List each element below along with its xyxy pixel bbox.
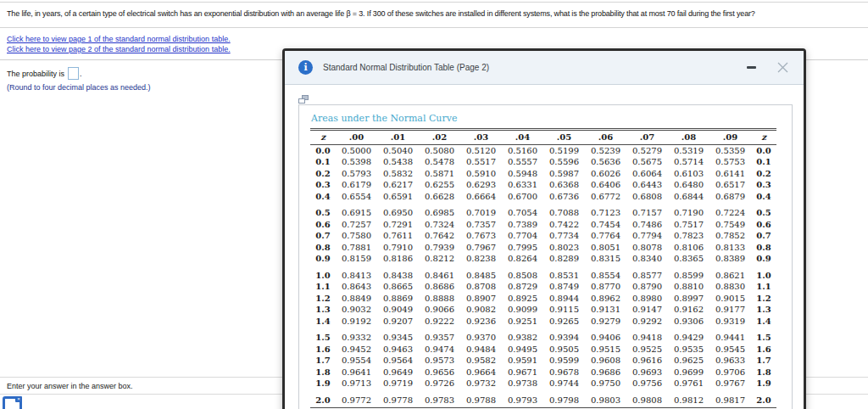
table-row: 1.40.91920.92070.92220.92360.92510.92650…: [310, 316, 776, 328]
value-cell: 0.7123: [585, 202, 626, 219]
link-table-page-1[interactable]: Click here to view page 1 of the standar…: [7, 35, 231, 43]
value-cell: 0.9418: [626, 327, 668, 344]
value-cell: 0.8133: [709, 242, 751, 254]
z-cell: 0.2: [751, 168, 776, 180]
value-cell: 0.5438: [377, 156, 419, 168]
value-cell: 0.9265: [543, 316, 585, 328]
value-cell: 0.9545: [709, 344, 751, 356]
table-scroll-area[interactable]: Areas under the Normal Curve z.00.01.02.…: [298, 104, 793, 409]
value-cell: 0.5398: [336, 156, 377, 168]
top-divider: [0, 2, 868, 3]
value-cell: 0.9357: [419, 327, 460, 344]
value-cell: 0.9082: [460, 304, 502, 316]
value-cell: 0.6517: [709, 179, 751, 191]
z-cell: 0.8: [310, 242, 336, 254]
value-cell: 0.8212: [419, 253, 460, 265]
value-cell: 0.8729: [502, 281, 543, 293]
z-cell: 1.2: [310, 293, 336, 305]
value-cell: 0.9099: [502, 304, 543, 316]
value-cell: 0.8770: [585, 281, 626, 293]
value-cell: 0.6480: [668, 179, 709, 191]
value-cell: 0.5080: [419, 144, 460, 156]
popout-icon[interactable]: [298, 95, 309, 104]
dialog-title: Standard Normal Distribution Table (Page…: [323, 63, 489, 72]
value-cell: 0.8621: [709, 265, 751, 282]
close-button[interactable]: [777, 62, 788, 73]
value-cell: 0.9505: [543, 344, 585, 356]
value-cell: 0.7704: [502, 230, 543, 242]
minimize-button[interactable]: [745, 62, 757, 74]
value-cell: 0.8159: [336, 253, 377, 265]
value-cell: 0.7642: [419, 230, 460, 242]
z-cell: 1.4: [751, 316, 776, 328]
column-header: .03: [460, 131, 502, 144]
value-cell: 0.9678: [543, 367, 585, 378]
answer-prefix: The probability is: [7, 70, 64, 78]
value-cell: 0.9429: [668, 327, 709, 344]
value-cell: 0.9279: [585, 316, 626, 328]
z-cell: 1.9: [310, 378, 336, 389]
table-row: 0.10.53980.54380.54780.55170.55570.55960…: [310, 156, 776, 168]
value-cell: 0.8686: [419, 281, 460, 293]
value-cell: 0.9515: [585, 344, 626, 356]
value-cell: 0.9812: [668, 389, 709, 408]
value-cell: 0.9772: [336, 389, 377, 408]
value-cell: 0.5239: [585, 144, 626, 156]
value-cell: 0.5279: [626, 144, 668, 156]
answer-suffix: .: [80, 70, 82, 78]
value-cell: 0.9406: [585, 327, 626, 344]
window-close-badge-icon: ×: [15, 396, 22, 402]
value-cell: 0.6985: [419, 202, 460, 219]
value-cell: 0.6217: [377, 179, 419, 191]
value-cell: 0.7291: [377, 219, 419, 231]
value-cell: 0.9441: [709, 327, 751, 344]
z-cell: 1.2: [751, 293, 776, 305]
value-cell: 0.9778: [377, 389, 419, 408]
table-row: 1.00.84130.84380.84610.84850.85080.85310…: [310, 265, 776, 282]
z-cell: 1.3: [751, 304, 776, 316]
value-cell: 0.9616: [626, 355, 668, 367]
value-cell: 0.9699: [668, 367, 709, 378]
value-cell: 0.8531: [543, 265, 585, 282]
column-header: .06: [585, 131, 626, 144]
value-cell: 0.8962: [585, 293, 626, 305]
value-cell: 0.9808: [626, 389, 668, 408]
table-row: 0.50.69150.69500.69850.70190.70540.70880…: [310, 202, 776, 219]
value-cell: 0.6664: [460, 191, 502, 203]
value-cell: 0.6406: [585, 179, 626, 191]
column-header: z: [310, 131, 336, 144]
table-row: 1.60.94520.94630.94740.94840.94950.95050…: [310, 344, 776, 356]
value-cell: 0.6026: [585, 168, 626, 180]
value-cell: 0.8944: [543, 293, 585, 305]
value-cell: 0.8708: [460, 281, 502, 293]
value-cell: 0.9192: [336, 316, 377, 328]
value-cell: 0.7190: [668, 202, 709, 219]
z-cell: 0.5: [310, 202, 336, 219]
probability-answer-input[interactable]: [68, 67, 79, 80]
z-cell: 0.9: [310, 253, 336, 265]
value-cell: 0.9032: [336, 304, 377, 316]
value-cell: 0.5000: [336, 144, 377, 156]
value-cell: 0.7549: [709, 219, 751, 231]
value-cell: 0.9015: [709, 293, 751, 305]
value-cell: 0.6443: [626, 179, 668, 191]
value-cell: 0.5596: [543, 156, 585, 168]
value-cell: 0.8790: [626, 281, 668, 293]
window-taskbar-icon[interactable]: ×: [3, 396, 22, 409]
table-header-row: z.00.01.02.03.04.05.06.07.08.09z: [310, 131, 776, 144]
value-cell: 0.9817: [709, 389, 751, 408]
value-cell: 0.8051: [585, 242, 626, 254]
value-cell: 0.8389: [709, 253, 751, 265]
value-cell: 0.8365: [668, 253, 709, 265]
value-cell: 0.5753: [709, 156, 751, 168]
z-cell: 1.7: [310, 355, 336, 367]
dialog-title-bar[interactable]: i Standard Normal Distribution Table (Pa…: [285, 51, 804, 85]
value-cell: 0.9319: [709, 316, 751, 328]
value-cell: 0.7257: [336, 219, 377, 231]
question-divider: [0, 27, 868, 28]
close-icon: [777, 62, 788, 73]
value-cell: 0.8023: [543, 242, 585, 254]
value-cell: 0.7357: [460, 219, 502, 231]
link-table-page-2[interactable]: Click here to view page 2 of the standar…: [7, 45, 231, 53]
value-cell: 0.9236: [460, 316, 502, 328]
